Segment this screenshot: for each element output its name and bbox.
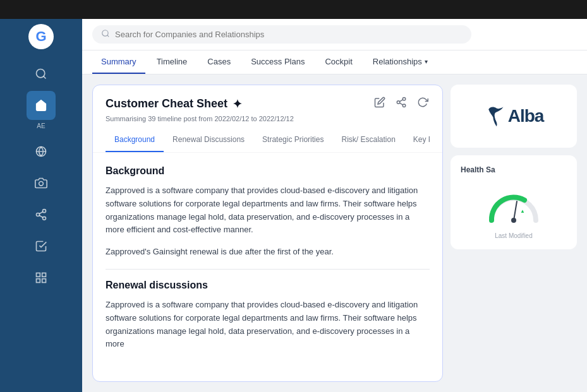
sidebar-logo[interactable]: G [28,24,54,49]
svg-line-13 [107,35,109,37]
health-card-title: Health Sa [461,165,567,174]
health-card: Health Sa ▲ [451,155,577,249]
section-divider [106,269,430,270]
content-row: Customer Cheat Sheet ✦ [82,74,587,392]
card-tab-strategic[interactable]: Strategic Priorities [253,130,332,152]
tab-cockpit[interactable]: Cockpit [316,50,361,74]
card-body: Background Zapproved is a software compa… [93,153,442,381]
search-input-wrap[interactable] [92,25,471,44]
card-tab-background[interactable]: Background [106,130,164,152]
svg-text:▲: ▲ [520,208,525,214]
card-tab-projects[interactable]: Key Projects [404,130,430,152]
svg-point-2 [39,182,44,186]
tab-summary[interactable]: Summary [92,50,145,74]
svg-point-15 [397,101,400,104]
refresh-button[interactable] [416,95,430,112]
svg-point-20 [511,218,516,223]
sidebar-ae-label: AE [37,122,45,129]
cheat-sheet-card: Customer Cheat Sheet ✦ [92,85,443,382]
card-actions [373,95,430,112]
section-renewal-text1: Zapproved is a software company that pro… [106,299,430,351]
sidebar-item-grid[interactable] [27,263,56,292]
edit-button[interactable] [373,95,387,112]
company-name: Alba [508,106,544,126]
search-bar [82,19,587,50]
svg-point-0 [37,69,45,78]
sidebar-item-hierarchy[interactable] [27,200,56,229]
tab-relationships[interactable]: Relationships ▾ [364,50,437,74]
logo-letter: G [35,28,46,45]
sidebar-item-connections[interactable] [27,137,56,166]
svg-point-14 [402,98,406,101]
svg-point-4 [37,213,40,217]
svg-line-6 [39,215,43,217]
section-renewal-title: Renewal discussions [106,280,430,291]
chevron-down-icon: ▾ [425,58,428,65]
card-title: Customer Cheat Sheet ✦ [106,97,242,111]
top-bar [0,0,587,19]
sidebar-item-home[interactable] [27,91,56,120]
sidebar-item-checklist[interactable] [27,232,56,261]
svg-rect-11 [37,279,40,283]
tab-success-plans[interactable]: Success Plans [242,50,313,74]
right-panel: Alba Health Sa [451,85,577,382]
nav-tabs: Summary Timeline Cases Success Plans Coc… [82,50,587,74]
share-button[interactable] [394,95,408,112]
tab-cases[interactable]: Cases [198,50,239,74]
sidebar-item-camera[interactable] [27,169,56,198]
section-background-text1: Zapproved is a software company that pro… [106,184,430,237]
company-card: Alba [451,85,577,148]
svg-point-5 [43,217,46,220]
health-chart: ▲ [461,179,567,230]
svg-rect-9 [42,273,46,277]
company-bird-icon [484,105,507,128]
svg-line-18 [399,100,402,102]
section-background-text2: Zapproved's Gainsight renewal is due aft… [106,246,430,259]
sidebar-item-search[interactable] [27,59,56,88]
svg-line-19 [514,201,517,220]
svg-line-7 [39,211,43,213]
card-subtitle: Summarising 39 timeline post from 2022/0… [106,115,430,122]
sidebar: G AE [0,19,82,392]
svg-point-16 [402,104,406,107]
company-logo: Alba [484,105,544,128]
search-icon [101,29,110,40]
main-content: Summary Timeline Cases Success Plans Coc… [82,19,587,392]
search-input[interactable] [115,30,463,39]
section-background-title: Background [106,165,430,177]
svg-point-12 [102,30,108,36]
svg-line-17 [399,103,402,105]
svg-rect-8 [37,273,40,277]
tab-timeline[interactable]: Timeline [148,50,197,74]
card-tab-risk[interactable]: Risk/ Escalation [332,130,404,152]
card-header: Customer Cheat Sheet ✦ [93,85,442,153]
card-tabs: Background Renewal Discussions Strategic… [106,130,430,152]
svg-point-3 [43,210,46,213]
card-tab-renewal[interactable]: Renewal Discussions [164,130,253,152]
gauge-chart: ▲ [485,182,542,227]
sparkle-icon: ✦ [233,97,242,111]
svg-rect-10 [42,279,46,283]
svg-line-1 [44,76,46,79]
health-last-modified-label: Last Modified [461,232,567,239]
